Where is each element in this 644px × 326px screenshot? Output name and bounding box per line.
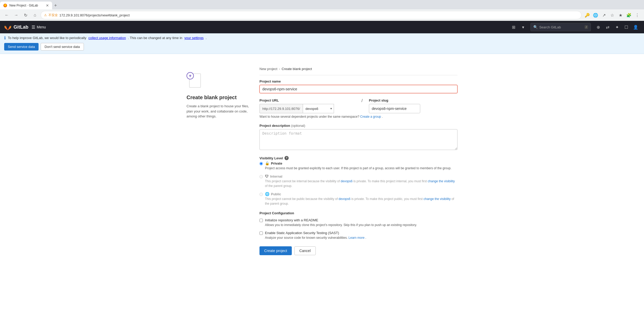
sast-learn-more-link[interactable]: Learn more — [349, 236, 364, 240]
breadcrumb-parent[interactable]: New project — [259, 67, 277, 71]
visibility-internal-content: 🛡 Internal This project cannot be intern… — [265, 174, 457, 188]
info-icon: ℹ — [4, 35, 6, 40]
url-help-text-after: . — [382, 115, 383, 118]
internal-change-visibility-link[interactable]: change the visibility — [428, 179, 455, 183]
visibility-private-radio[interactable] — [259, 162, 263, 165]
sast-desc: Analyze your source code for known secur… — [265, 235, 457, 240]
readme-checkbox[interactable] — [259, 219, 263, 222]
namespace-dropdown-wrapper[interactable]: devops6 — [303, 104, 334, 113]
browser-tab-title: New Project · GitLab — [9, 4, 44, 7]
browser-reload-button[interactable]: ↻ — [22, 11, 29, 19]
visibility-public-radio[interactable] — [259, 193, 263, 196]
header-dropdown-icon[interactable]: ▾ — [519, 23, 527, 31]
browser-tab-favicon — [3, 3, 7, 8]
browser-tab-close[interactable]: ✕ — [46, 3, 49, 8]
banner-text-row: ℹ To help improve GitLab, we would like … — [4, 35, 640, 40]
browser-tab-bar: New Project · GitLab ✕ + — [0, 0, 644, 9]
gitlab-header-left-icons: ⊞ ▾ — [510, 23, 527, 31]
visibility-internal-desc: This project cannot be internal because … — [265, 179, 457, 188]
browser-menu-icon[interactable]: ⋮ — [634, 11, 641, 19]
header-mr-icon[interactable]: ⇄ — [603, 23, 612, 31]
namespace-select[interactable]: devops6 — [303, 104, 334, 113]
browser-toolbar-icons: 🔑 🌐 ↗ ☆ ★ 🧩 ⋮ — [584, 11, 641, 19]
project-configuration-section: Project Configuration Initialize reposit… — [259, 211, 457, 240]
browser-bookmark-icon[interactable]: ☆ — [609, 11, 616, 19]
create-project-left-panel: + Create blank project Create a blank pr… — [187, 64, 259, 255]
header-user-icon[interactable]: 👤 — [631, 23, 640, 31]
browser-home-button[interactable]: ⌂ — [31, 11, 39, 19]
gitlab-logo-text: GitLab — [14, 24, 28, 30]
menu-label: Menu — [37, 25, 46, 29]
private-label-text: Private — [271, 161, 282, 165]
browser-share-icon[interactable]: ↗ — [600, 11, 608, 19]
project-slug-input[interactable] — [369, 104, 420, 113]
browser-url-text[interactable]: 172.29.9.101:8076/projects/new#blank_pro… — [59, 13, 578, 17]
visibility-level-section: Visibility Level ? 🔒 Private Project acc… — [259, 156, 457, 206]
main-content: + Create blank project Create a blank pr… — [0, 54, 644, 266]
cancel-button[interactable]: Cancel — [294, 246, 316, 255]
create-project-icon: + — [187, 72, 202, 90]
internal-devops6-link[interactable]: devops6 — [341, 179, 352, 183]
gitlab-menu-button[interactable]: ☰ Menu — [32, 25, 46, 30]
browser-tab[interactable]: New Project · GitLab ✕ — [0, 2, 52, 9]
visibility-help-icon[interactable]: ? — [284, 156, 289, 160]
browser-extensions-icon[interactable]: 🧩 — [625, 11, 633, 19]
sast-label: Enable Static Application Security Testi… — [265, 231, 457, 235]
header-grid-icon[interactable]: ⊞ — [510, 23, 518, 31]
header-issues-icon[interactable]: ✦ — [613, 23, 621, 31]
browser-back-button[interactable]: ← — [3, 11, 10, 19]
project-name-label: Project name — [259, 79, 457, 83]
browser-forward-button[interactable]: → — [13, 11, 20, 19]
public-label-text: Public — [271, 192, 281, 196]
header-new-icon[interactable]: ⊕ — [594, 23, 602, 31]
sast-desc-before: Analyze your source code for known secur… — [265, 236, 349, 240]
banner-actions: Send service data Don't send service dat… — [4, 43, 640, 51]
visibility-level-title: Visibility Level ? — [259, 156, 457, 160]
create-group-link[interactable]: Create a group — [360, 115, 381, 118]
browser-chrome: New Project · GitLab ✕ + ← → ↻ ⌂ ⚠ 不安全 1… — [0, 0, 644, 21]
banner-collect-link[interactable]: collect usage information — [88, 36, 126, 40]
project-url-col: Project URL http://172.29.9.101:8076/ de… — [259, 98, 355, 113]
url-slash: / — [360, 98, 365, 103]
plus-circle-icon: + — [187, 72, 194, 79]
visibility-private-desc: Project access must be granted explicitl… — [265, 166, 457, 171]
create-project-form: New project › Create blank project Proje… — [259, 64, 457, 255]
public-devops6-link[interactable]: devops6 — [339, 197, 350, 201]
sast-checkbox[interactable] — [259, 231, 263, 235]
project-description-input[interactable] — [259, 129, 457, 150]
browser-security-icon: ⚠ — [44, 13, 47, 17]
visibility-internal-radio[interactable] — [259, 175, 263, 178]
header-todo-icon[interactable]: ☐ — [622, 23, 630, 31]
gitlab-search-bar[interactable]: 🔍 / — [530, 23, 591, 31]
public-desc-before: This project cannot be public because th… — [265, 197, 339, 201]
search-input[interactable] — [539, 25, 583, 29]
project-slug-label: Project slug — [369, 98, 457, 102]
readme-label: Initialize repository with a README — [265, 218, 457, 222]
sast-desc-after: . — [366, 236, 366, 240]
visibility-internal-option: 🛡 Internal This project cannot be intern… — [259, 174, 457, 188]
browser-bookmark2-icon[interactable]: ★ — [617, 11, 624, 19]
browser-translate-icon[interactable]: 🌐 — [592, 11, 599, 19]
gitlab-header-right-icons: ⊕ ⇄ ✦ ☐ 👤 — [594, 23, 640, 31]
gitlab-logo[interactable]: GitLab — [4, 23, 28, 31]
browser-key-icon[interactable]: 🔑 — [584, 11, 591, 19]
dont-send-service-data-button[interactable]: Don't send service data — [41, 43, 84, 51]
visibility-internal-label: 🛡 Internal — [265, 174, 457, 178]
browser-new-tab-button[interactable]: + — [52, 3, 59, 8]
banner-text-before: To help improve GitLab, we would like to… — [8, 36, 86, 40]
sast-content: Enable Static Application Security Testi… — [265, 231, 457, 240]
banner-settings-link[interactable]: your settings — [184, 36, 204, 40]
send-service-data-button[interactable]: Send service data — [4, 43, 39, 51]
form-actions: Create project Cancel — [259, 246, 457, 255]
project-name-input[interactable] — [259, 85, 457, 93]
info-banner: ℹ To help improve GitLab, we would like … — [0, 33, 644, 54]
project-url-row: http://172.29.9.101:8076/ devops6 — [259, 104, 355, 113]
public-change-visibility-link[interactable]: change the visibility — [424, 197, 451, 201]
project-name-group: Project name — [259, 79, 457, 93]
create-project-button[interactable]: Create project — [259, 246, 292, 255]
internal-desc-after: of the parent group. — [265, 184, 292, 188]
visibility-private-label: 🔒 Private — [265, 161, 457, 165]
browser-address-bar[interactable]: ⚠ 不安全 172.29.9.101:8076/projects/new#bla… — [41, 11, 581, 19]
visibility-private-content: 🔒 Private Project access must be granted… — [265, 161, 457, 171]
banner-text-after: . — [206, 36, 207, 40]
